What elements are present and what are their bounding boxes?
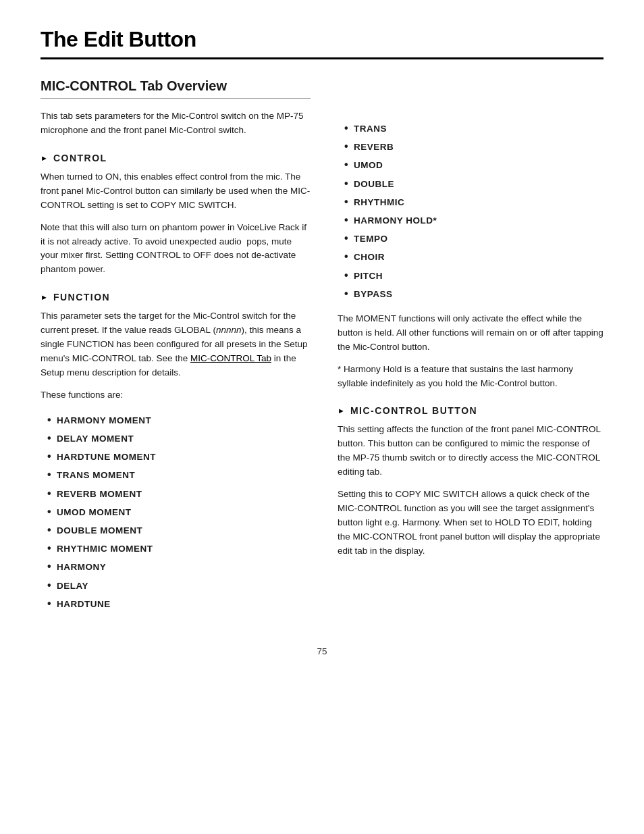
list-item: TRANS MOMENT [47,465,311,484]
right-column: TRANS REVERB UMOD DOUBLE RHYTHMIC HARMON… [338,78,603,619]
list-item: HARDTUNE [47,594,311,613]
left-column: MIC-CONTROL Tab Overview This tab sets p… [41,78,311,619]
control-para-2: Note that this will also turn on phantom… [41,221,311,278]
function-section-title: FUNCTION [53,292,110,303]
list-item: HARMONY HOLD* [344,211,603,229]
list-item: DELAY [47,576,311,594]
main-section-intro: This tab sets parameters for the Mic-Con… [41,109,311,138]
list-item: BYPASS [344,284,603,303]
mic-control-button-header: ► MIC-CONTROL BUTTON [338,405,603,416]
mic-control-button-para-1: This setting affects the function of the… [338,423,603,479]
moment-note: The MOMENT functions will only activate … [338,312,603,355]
list-item: HARMONY MOMENT [47,411,311,429]
list-item: CHOIR [344,247,603,265]
list-item: TRANS [344,119,603,137]
control-section-header: ► CONTROL [41,153,311,163]
list-item: DOUBLE MOMENT [47,521,311,539]
list-item: RHYTHMIC MOMENT [47,539,311,557]
main-section-heading: MIC-CONTROL Tab Overview [41,78,311,99]
page-number: 75 [317,646,327,656]
list-item: DELAY MOMENT [47,429,311,447]
mic-control-tab-link[interactable]: MIC-CONTROL Tab [190,353,271,363]
function-section-header: ► FUNCTION [41,292,311,303]
list-item: DOUBLE [344,174,603,192]
control-para-1: When turned to ON, this enables effect c… [41,170,311,213]
right-column-top: TRANS REVERB UMOD DOUBLE RHYTHMIC HARMON… [338,78,603,390]
main-content: MIC-CONTROL Tab Overview This tab sets p… [41,78,603,619]
title-divider [41,57,603,59]
list-item: UMOD MOMENT [47,502,311,521]
function-italic: nnnnn [216,325,242,335]
list-item: HARMONY [47,557,311,575]
mic-control-button-title: MIC-CONTROL BUTTON [350,405,477,416]
asterisk-note: * Harmony Hold is a feature that sustain… [338,363,603,391]
list-item: PITCH [344,266,603,284]
list-item: HARDTUNE MOMENT [47,447,311,465]
function-intro: This parameter sets the target for the M… [41,309,311,380]
control-arrow-icon: ► [41,154,48,162]
list-item: REVERB [344,137,603,155]
control-section-title: CONTROL [53,153,107,163]
page-title: The Edit Button [41,27,603,52]
mic-control-arrow-icon: ► [338,407,345,415]
list-item: REVERB MOMENT [47,484,311,502]
list-item: RHYTHMIC [344,192,603,211]
function-list-label: These functions are: [41,388,311,402]
mic-control-button-para-2: Setting this to COPY MIC SWITCH allows a… [338,488,603,558]
right-bullet-list: TRANS REVERB UMOD DOUBLE RHYTHMIC HARMON… [344,119,603,303]
function-bullet-list: HARMONY MOMENT DELAY MOMENT HARDTUNE MOM… [47,411,311,613]
function-arrow-icon: ► [41,293,48,301]
list-item: TEMPO [344,229,603,247]
page-footer: 75 [41,646,603,656]
list-item: UMOD [344,155,603,174]
